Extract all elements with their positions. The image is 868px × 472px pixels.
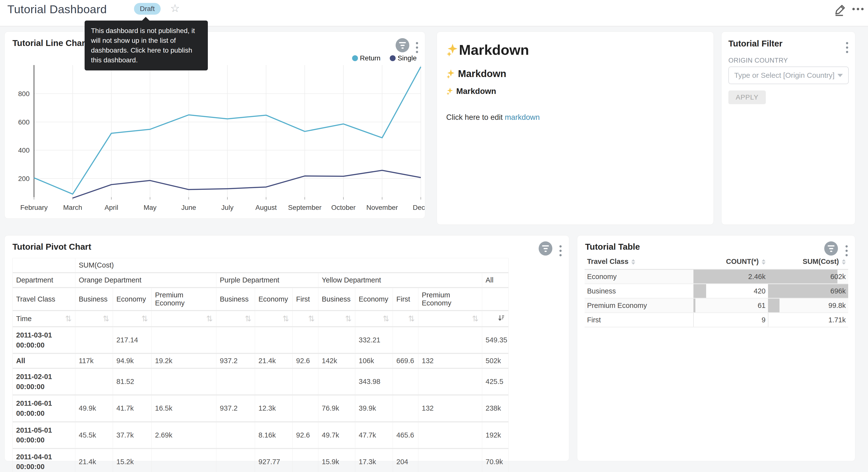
sort-toggle-icon[interactable]: ⇅	[141, 314, 148, 323]
sort-toggle-icon[interactable]: ⇅	[345, 314, 351, 323]
travel-class-cell: Premium Economy	[585, 298, 693, 313]
column-header-label: COUNT(*)	[726, 258, 759, 265]
pivot-value-cell: 425.5	[482, 368, 508, 395]
column-header-travel-class[interactable]: Travel Class	[585, 254, 693, 269]
pivot-value-cell: 76.9k	[318, 395, 355, 422]
data-table-wrap: Travel ClassCOUNT(*)SUM(Cost)Economy2.46…	[585, 254, 848, 327]
table-row: First91.71k	[585, 313, 848, 327]
pivot-value-cell	[293, 368, 318, 395]
edit-dashboard-icon[interactable]	[834, 3, 847, 16]
pivot-value-cell	[293, 448, 318, 472]
favorite-star-icon[interactable]: ☆	[170, 2, 180, 14]
pivot-value-cell: 669.6	[393, 353, 418, 368]
x-axis-tick: June	[181, 204, 196, 211]
pivot-value-cell: 8.16k	[255, 422, 293, 448]
legend-label: Return	[360, 54, 380, 62]
origin-country-select[interactable]: Type or Select [Origin Country]	[728, 66, 849, 84]
publish-tooltip[interactable]: This dashboard is not published, it will…	[85, 21, 208, 70]
pivot-sort-cell: ⇅	[418, 311, 482, 327]
pivot-value-cell: 106k	[355, 353, 393, 368]
y-axis-tick: 400	[18, 147, 30, 154]
x-axis-tick: Dece	[413, 204, 425, 211]
markdown-link[interactable]: markdown	[505, 113, 540, 122]
pivot-value-cell: 45.5k	[75, 422, 113, 448]
sparkles-emoji	[446, 87, 454, 95]
sort-toggle-icon[interactable]: ⇅	[308, 314, 315, 323]
markdown-h2: Markdown	[446, 68, 704, 79]
pivot-value-cell: 92.6	[293, 422, 318, 448]
more-options-icon[interactable]	[852, 5, 864, 13]
pivot-value-cell: 238k	[482, 395, 508, 422]
pivot-row-label: All	[13, 353, 75, 368]
pivot-group-header: Orange Department	[75, 273, 216, 288]
pivot-group-header: Yellow Department	[318, 273, 482, 288]
applied-filters-icon[interactable]	[539, 241, 552, 256]
pivot-data-row: 2011-03-01 00:00:00217.14332.21549.35	[13, 327, 508, 353]
pivot-value-cell: 17.3k	[355, 448, 393, 472]
pivot-table-wrap: SUM(Cost)DepartmentOrange DepartmentPurp…	[12, 258, 508, 472]
chart-kebab-menu-icon[interactable]	[414, 40, 420, 55]
sort-toggle-icon[interactable]: ⇅	[245, 314, 251, 323]
column-header-count-[interactable]: COUNT(*)	[693, 254, 768, 269]
x-axis-tick: August	[255, 204, 277, 211]
pivot-value-cell	[216, 448, 255, 472]
value-cell: 602k	[768, 269, 848, 284]
pivot-data-row: All117k94.9k19.2k937.221.4k92.6142k106k6…	[13, 353, 508, 368]
markdown-h3: Markdown	[446, 87, 704, 96]
column-header-sum-cost-[interactable]: SUM(Cost)	[768, 254, 848, 269]
series-line-single[interactable]	[73, 170, 421, 198]
sort-carets-icon	[762, 259, 766, 265]
caret-up-icon	[762, 259, 766, 261]
sort-toggle-icon[interactable]: ⇅	[408, 314, 415, 323]
pivot-column-header: Business	[75, 288, 113, 311]
pivot-value-cell	[152, 448, 216, 472]
pivot-chart-card: Tutorial Pivot Chart SUM(Cost)Department…	[4, 235, 569, 461]
pivot-value-cell	[318, 327, 355, 353]
value-bar	[693, 284, 706, 298]
draft-badge[interactable]: Draft	[134, 3, 161, 15]
apply-button[interactable]: APPLY	[728, 90, 766, 104]
value-cell: 1.71k	[768, 313, 848, 327]
pivot-value-cell: 332.21	[355, 327, 393, 353]
sort-toggle-icon[interactable]: ⇅	[282, 314, 289, 323]
sort-descending-icon[interactable]	[498, 315, 505, 323]
pivot-value-cell: 192k	[482, 422, 508, 448]
pivot-value-cell	[152, 368, 216, 395]
pivot-value-cell: 21.4k	[255, 353, 293, 368]
legend-item-single[interactable]: Single	[390, 54, 416, 62]
line-chart-card: Tutorial Line Chart ReturnSingle 2004006…	[4, 32, 425, 218]
sort-toggle-icon[interactable]: ⇅	[65, 314, 72, 323]
applied-filters-icon[interactable]	[396, 38, 409, 52]
pivot-row-label: 2011-03-01 00:00:00	[13, 327, 75, 353]
x-axis-tick: September	[288, 204, 321, 211]
pivot-title: Tutorial Pivot Chart	[12, 242, 91, 252]
chevron-down-icon	[837, 74, 843, 77]
pivot-value-cell	[255, 368, 293, 395]
filter-kebab-menu-icon[interactable]	[844, 40, 850, 55]
pivot-value-cell	[393, 327, 418, 353]
sort-toggle-icon[interactable]: ⇅	[206, 314, 213, 323]
pivot-sort-cell: ⇅	[152, 311, 216, 327]
pivot-value-cell	[418, 448, 482, 472]
pivot-value-cell: 132	[418, 353, 482, 368]
legend-item-return[interactable]: Return	[352, 54, 380, 62]
x-axis-tick: March	[63, 204, 82, 211]
sort-toggle-icon[interactable]: ⇅	[103, 314, 109, 323]
pivot-value-cell: 21.4k	[75, 448, 113, 472]
travel-class-cell: Economy	[585, 269, 693, 284]
pivot-column-header: First	[293, 288, 318, 311]
table-header-row: Travel ClassCOUNT(*)SUM(Cost)	[585, 254, 848, 269]
pivot-value-cell: 49.9k	[75, 395, 113, 422]
y-axis-tick: 800	[18, 90, 30, 97]
sort-toggle-icon[interactable]: ⇅	[472, 314, 478, 323]
applied-filters-icon[interactable]	[824, 241, 838, 256]
travel-class-cell: Business	[585, 284, 693, 298]
sort-toggle-icon[interactable]: ⇅	[383, 314, 389, 323]
legend-dot-icon	[352, 55, 358, 61]
pivot-value-cell	[293, 395, 318, 422]
value-bar	[768, 299, 779, 312]
pivot-column-header: Premium Economy	[418, 288, 482, 311]
pivot-kebab-menu-icon[interactable]	[558, 244, 563, 258]
pivot-value-cell: 937.2	[216, 395, 255, 422]
pivot-value-cell: 15.2k	[113, 448, 152, 472]
